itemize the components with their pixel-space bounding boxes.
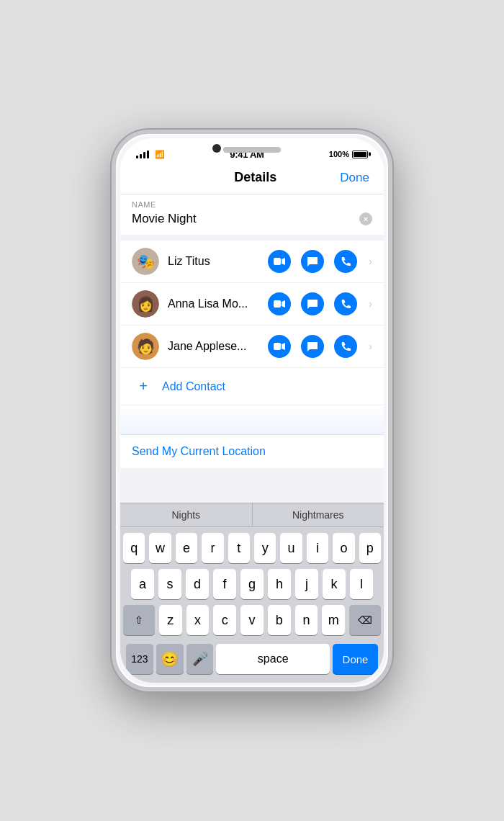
- key-v[interactable]: v: [240, 605, 264, 635]
- svg-rect-2: [274, 300, 281, 308]
- message-button-anna[interactable]: [301, 292, 324, 315]
- key-q[interactable]: q: [123, 533, 145, 563]
- numbers-key[interactable]: 123: [126, 644, 153, 674]
- video-call-button-jane[interactable]: [268, 335, 291, 358]
- location-section[interactable]: Send My Current Location: [120, 434, 384, 468]
- autocomplete-item-0[interactable]: Nights: [120, 503, 253, 526]
- status-right: 100%: [329, 150, 368, 158]
- key-s[interactable]: s: [158, 569, 181, 599]
- name-value[interactable]: Movie Night: [132, 212, 197, 226]
- key-y[interactable]: y: [254, 533, 276, 563]
- signal-bar-4: [147, 151, 149, 158]
- done-button[interactable]: Done: [340, 171, 369, 185]
- name-label: NAME: [132, 200, 372, 209]
- clear-button[interactable]: ×: [359, 212, 372, 225]
- key-k[interactable]: k: [323, 569, 346, 599]
- svg-rect-0: [274, 258, 281, 265]
- key-c[interactable]: c: [213, 605, 236, 635]
- key-u[interactable]: u: [280, 533, 302, 563]
- location-label: Send My Current Location: [132, 445, 266, 457]
- key-t[interactable]: t: [228, 533, 250, 563]
- gradient-overlay: [120, 405, 384, 434]
- svg-marker-1: [282, 258, 285, 265]
- keyboard: q w e r t y u i o p a s d f g h j k: [120, 527, 384, 683]
- keyboard-row-2: a s d f g h j k l: [123, 569, 381, 599]
- battery-percent: 100%: [329, 150, 349, 158]
- nav-bar: Details Done: [120, 164, 384, 194]
- svg-marker-5: [282, 343, 285, 350]
- svg-marker-3: [282, 300, 285, 308]
- microphone-key[interactable]: 🎤: [186, 644, 214, 674]
- avatar-emoji-liz: 🎭: [132, 248, 159, 275]
- camera: [212, 144, 221, 153]
- contact-name-jane: Jane Applese...: [168, 340, 259, 353]
- avatar-emoji-anna: 👩: [132, 290, 159, 318]
- key-o[interactable]: o: [333, 533, 354, 563]
- key-j[interactable]: j: [295, 569, 318, 599]
- space-key[interactable]: space: [216, 644, 330, 674]
- phone-button-jane[interactable]: [334, 335, 357, 358]
- autocomplete-bar: Nights Nightmares: [120, 503, 384, 527]
- shift-key[interactable]: ⇧: [123, 605, 155, 635]
- contact-row: 🎭 Liz Titus ›: [120, 241, 384, 283]
- avatar-jane: 🧑: [132, 333, 159, 360]
- key-h[interactable]: h: [268, 569, 291, 599]
- key-z[interactable]: z: [159, 605, 182, 635]
- signal-bar-1: [136, 156, 138, 158]
- video-call-button-liz[interactable]: [268, 250, 291, 273]
- status-bar: 📶 9:41 AM 100%: [120, 138, 384, 164]
- emoji-key[interactable]: 😊: [156, 644, 184, 674]
- signal-bars: [136, 150, 149, 158]
- key-g[interactable]: g: [240, 569, 264, 599]
- avatar-anna: 👩: [132, 290, 159, 318]
- key-p[interactable]: p: [359, 533, 381, 563]
- contact-row: 👩 Anna Lisa Mo... ›: [120, 283, 384, 326]
- svg-rect-4: [274, 343, 281, 350]
- screen: 📶 9:41 AM 100% Details Done NAME Movie N…: [120, 138, 384, 683]
- content: NAME Movie Night × 🎭 Liz Titus: [120, 194, 384, 503]
- contact-actions-anna: [268, 292, 357, 315]
- phone-button-liz[interactable]: [334, 250, 357, 273]
- backspace-key[interactable]: ⌫: [349, 605, 381, 635]
- volume-silent-button: [112, 220, 114, 242]
- signal-bar-2: [140, 154, 142, 158]
- key-b[interactable]: b: [268, 605, 291, 635]
- add-contact-row[interactable]: + Add Contact: [120, 368, 384, 405]
- key-a[interactable]: a: [131, 569, 154, 599]
- key-f[interactable]: f: [213, 569, 236, 599]
- key-x[interactable]: x: [186, 605, 210, 635]
- volume-down-button: [112, 294, 114, 326]
- phone-frame: 📶 9:41 AM 100% Details Done NAME Movie N…: [112, 130, 392, 691]
- chevron-anna: ›: [369, 298, 372, 310]
- contact-actions-jane: [268, 335, 357, 358]
- nav-title: Details: [234, 170, 276, 185]
- message-button-liz[interactable]: [301, 250, 324, 273]
- video-call-button-anna[interactable]: [268, 292, 291, 315]
- wifi-icon: 📶: [155, 150, 165, 159]
- key-i[interactable]: i: [307, 533, 328, 563]
- key-r[interactable]: r: [202, 533, 223, 563]
- keyboard-done-button[interactable]: Done: [333, 644, 378, 674]
- name-section: NAME Movie Night ×: [120, 194, 384, 235]
- contact-row: 🧑 Jane Applese... ›: [120, 326, 384, 368]
- autocomplete-item-1[interactable]: Nightmares: [253, 503, 384, 526]
- message-button-jane[interactable]: [301, 335, 324, 358]
- key-l[interactable]: l: [350, 569, 373, 599]
- add-contact-label: Add Contact: [162, 380, 225, 393]
- key-n[interactable]: n: [295, 605, 318, 635]
- signal-bar-3: [143, 152, 145, 158]
- contact-name-anna: Anna Lisa Mo...: [168, 297, 259, 310]
- volume-up-button: [112, 253, 114, 285]
- name-input-row: Movie Night ×: [132, 212, 372, 226]
- key-e[interactable]: e: [176, 533, 197, 563]
- keyboard-bottom-row: 123 😊 🎤 space Done: [123, 641, 381, 680]
- battery-fill: [354, 152, 366, 157]
- key-w[interactable]: w: [149, 533, 171, 563]
- key-d[interactable]: d: [186, 569, 209, 599]
- contacts-section: 🎭 Liz Titus ›: [120, 241, 384, 434]
- add-plus-icon: +: [132, 378, 155, 395]
- status-time: 9:41 AM: [230, 149, 264, 160]
- key-m[interactable]: m: [322, 605, 345, 635]
- power-button: [390, 246, 392, 296]
- phone-button-anna[interactable]: [334, 292, 357, 315]
